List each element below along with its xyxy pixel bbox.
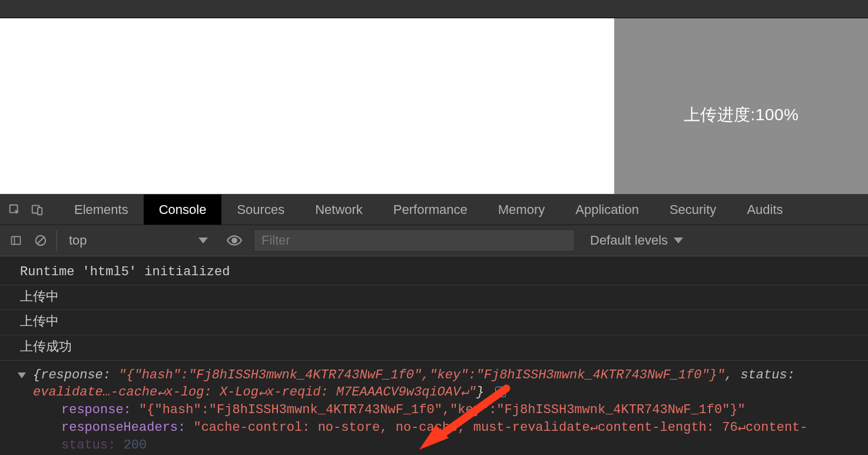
toolbar-separator: [57, 230, 57, 251]
log-line: 上传中: [0, 285, 868, 311]
tab-sources[interactable]: Sources: [221, 194, 300, 225]
svg-rect-3: [12, 236, 21, 244]
tab-network[interactable]: Network: [300, 194, 378, 225]
console-filter-input[interactable]: [254, 229, 575, 252]
live-expression-icon[interactable]: [223, 229, 246, 252]
log-line: 上传中: [0, 310, 868, 335]
console-output[interactable]: Runtime 'html5' initialized 上传中 上传中 上传成功…: [0, 256, 868, 455]
chevron-down-icon: [198, 238, 208, 243]
tab-audits[interactable]: Audits: [731, 194, 798, 225]
object-property: status: 200: [12, 437, 863, 454]
log-levels-select[interactable]: Default levels: [590, 233, 683, 248]
tab-elements[interactable]: Elements: [59, 194, 144, 225]
devtools-panel: Elements Console Sources Network Perform…: [0, 194, 868, 455]
tab-application[interactable]: Application: [560, 194, 654, 225]
console-toolbar: top Default levels: [0, 225, 868, 256]
browser-toolbar: [0, 0, 868, 18]
execution-context-select[interactable]: top: [62, 233, 215, 248]
progress-panel: 上传进度:100%: [614, 18, 868, 194]
upload-progress-label: 上传进度:100%: [614, 104, 868, 126]
log-line: 上传成功: [0, 335, 868, 361]
info-icon[interactable]: i: [495, 387, 506, 397]
object-property: responseHeaders: "cache-control: no-stor…: [12, 419, 863, 437]
svg-rect-2: [38, 207, 42, 215]
log-line: Runtime 'html5' initialized: [0, 256, 868, 285]
clear-console-icon[interactable]: [29, 229, 52, 252]
tab-memory[interactable]: Memory: [483, 194, 560, 225]
object-summary-line: {response: "{"hash":"Fj8hISSH3mwnk_4KTR7…: [12, 367, 863, 384]
devtools-tabstrip: Elements Console Sources Network Perform…: [0, 194, 868, 225]
context-label: top: [69, 233, 87, 248]
log-object[interactable]: {response: "{"hash":"Fj8hISSH3mwnk_4KTR7…: [0, 361, 868, 454]
console-sidebar-toggle-icon[interactable]: [5, 229, 27, 252]
device-toggle-icon[interactable]: [26, 199, 48, 221]
svg-line-6: [38, 238, 44, 244]
inspect-icon[interactable]: [4, 199, 26, 221]
svg-point-7: [232, 238, 237, 243]
object-property: response: "{"hash":"Fj8hISSH3mwnk_4KTR74…: [12, 401, 863, 419]
page-content: 上传进度:100%: [0, 18, 868, 194]
tab-performance[interactable]: Performance: [378, 194, 483, 225]
levels-label: Default levels: [590, 233, 668, 248]
object-summary-line: evalidate…-cache↵x-log: X-Log↵x-reqid: M…: [12, 384, 863, 401]
disclosure-triangle-icon[interactable]: [18, 372, 26, 378]
tab-console[interactable]: Console: [144, 194, 222, 225]
chevron-down-icon: [674, 238, 683, 243]
tab-security[interactable]: Security: [654, 194, 731, 225]
upload-area[interactable]: [0, 18, 614, 194]
